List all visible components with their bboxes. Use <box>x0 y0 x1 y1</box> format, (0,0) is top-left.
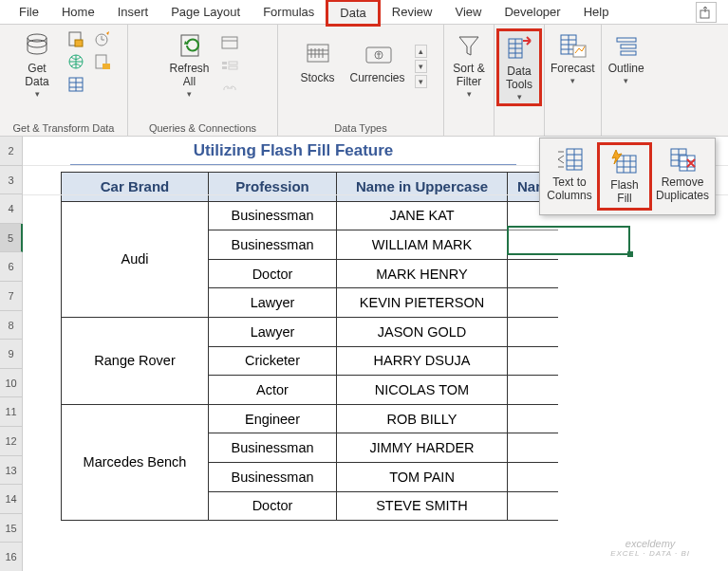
row-header[interactable]: 10 <box>0 369 23 398</box>
tab-file[interactable]: File <box>8 1 50 23</box>
cell-name-upper[interactable]: MARK HENRY <box>337 259 508 288</box>
cell-name-upper[interactable]: NICOLAS TOM <box>337 376 508 405</box>
tab-page-layout[interactable]: Page Layout <box>159 1 252 23</box>
cell-name-d[interactable] <box>508 376 558 405</box>
cell-name-upper[interactable]: JIMMY HARDER <box>337 433 508 463</box>
table-icon <box>67 76 84 93</box>
cell-profession[interactable]: Businessman <box>209 201 337 230</box>
row-header[interactable]: 8 <box>0 311 23 341</box>
cell-name-d[interactable] <box>508 433 558 463</box>
row-header[interactable]: 16 <box>0 543 23 571</box>
from-table-button[interactable] <box>65 74 86 95</box>
queries-conn-button[interactable] <box>219 32 240 53</box>
row-header[interactable]: 6 <box>0 252 23 282</box>
flash-fill-label: Flash Fill <box>610 179 638 206</box>
cell-brand[interactable]: Range Rover <box>62 317 209 404</box>
row-header[interactable]: 5 <box>0 224 23 253</box>
cell-name-upper[interactable]: TOM PAIN <box>337 462 508 491</box>
remove-duplicates-button[interactable]: Remove Duplicates <box>652 142 713 211</box>
expand-icon[interactable]: ▾ <box>415 75 427 88</box>
row-header[interactable]: 9 <box>0 340 23 369</box>
scroll-down-icon[interactable]: ▾ <box>415 60 427 73</box>
cell-name-d[interactable] <box>508 346 558 376</box>
share-icon <box>700 6 713 19</box>
from-text-button[interactable] <box>65 28 86 49</box>
data-tools-button[interactable]: Data Tools ▾ <box>496 28 542 106</box>
get-data-button[interactable]: Get Data ▾ <box>14 28 60 101</box>
cell-profession[interactable]: Engineer <box>209 404 337 433</box>
cell-profession[interactable]: Businessman <box>209 462 337 491</box>
cell-name-d[interactable] <box>508 288 558 318</box>
cell-profession[interactable]: Lawyer <box>209 288 337 318</box>
tab-data[interactable]: Data <box>326 0 380 27</box>
svg-rect-23 <box>621 45 636 48</box>
cell-profession[interactable]: Lawyer <box>209 317 337 346</box>
properties-button[interactable] <box>219 55 240 76</box>
svg-rect-26 <box>617 156 636 173</box>
row-header[interactable]: 13 <box>0 456 23 486</box>
table-row: Marcedes BenchEngineerROB BILLY <box>62 404 558 433</box>
row-header[interactable]: 11 <box>0 397 23 427</box>
col-name-upper[interactable]: Name in Uppercase <box>337 173 508 202</box>
cell-name-d[interactable] <box>508 462 558 491</box>
cell-profession[interactable]: Cricketer <box>209 346 337 376</box>
row-header[interactable]: 15 <box>0 514 23 543</box>
tab-developer[interactable]: Developer <box>493 1 571 23</box>
forecast-button[interactable]: Forecast ▾ <box>547 28 599 87</box>
flash-fill-button[interactable]: Flash Fill <box>597 142 652 211</box>
text-to-columns-button[interactable]: Text to Columns <box>542 142 597 211</box>
cell-name-d[interactable] <box>508 230 558 260</box>
currencies-button[interactable]: Currencies <box>345 38 408 87</box>
col-car-brand[interactable]: Car Brand <box>62 173 209 202</box>
row-header[interactable]: 12 <box>0 427 23 456</box>
edit-links-button[interactable] <box>219 78 240 99</box>
outline-button[interactable]: Outline ▾ <box>604 28 649 87</box>
cell-name-d[interactable] <box>508 317 558 346</box>
stocks-button[interactable]: Stocks <box>294 38 340 87</box>
row-header[interactable]: 4 <box>0 194 23 224</box>
cell-name-upper[interactable]: STEVE SMITH <box>337 491 508 521</box>
tab-insert[interactable]: Insert <box>106 1 160 23</box>
group-label-queries: Queries & Connections <box>149 122 256 134</box>
cell-profession[interactable]: Actor <box>209 376 337 405</box>
cell-name-upper[interactable]: HARRY DSUJA <box>337 346 508 376</box>
col-profession[interactable]: Profession <box>209 173 337 202</box>
cell-name-upper[interactable]: JANE KAT <box>337 201 508 230</box>
share-button[interactable] <box>696 2 717 23</box>
watermark: exceldemy EXCEL · DATA · BI <box>610 538 690 558</box>
cell-name-upper[interactable]: ROB BILLY <box>337 404 508 433</box>
row-header[interactable]: 7 <box>0 282 23 311</box>
cell-profession[interactable]: Doctor <box>209 259 337 288</box>
chevron-down-icon: ▾ <box>187 89 192 99</box>
table-header-row: Car Brand Profession Name in Uppercase N… <box>62 173 558 202</box>
cell-profession[interactable]: Doctor <box>209 491 337 521</box>
sort-filter-button[interactable]: Sort & Filter ▾ <box>446 28 492 101</box>
cell-name-d[interactable] <box>508 491 558 521</box>
cell-brand[interactable]: Marcedes Bench <box>62 404 209 520</box>
currencies-label: Currencies <box>349 72 404 85</box>
cell-profession[interactable]: Businessman <box>209 433 337 463</box>
cell-brand[interactable]: Audi <box>62 201 209 317</box>
tab-formulas[interactable]: Formulas <box>252 1 326 23</box>
cell-name-d[interactable] <box>508 404 558 433</box>
outline-label: Outline <box>608 63 644 76</box>
tab-review[interactable]: Review <box>381 1 444 23</box>
tab-view[interactable]: View <box>443 1 493 23</box>
cell-name-upper[interactable]: KEVIN PIETERSON <box>337 288 508 318</box>
cell-name-upper[interactable]: WILLIAM MARK <box>337 230 508 260</box>
row-header[interactable]: 14 <box>0 485 23 514</box>
row-header[interactable]: 3 <box>0 166 23 195</box>
tab-home[interactable]: Home <box>50 1 106 23</box>
cell-name-d[interactable] <box>508 259 558 288</box>
recent-sources-button[interactable] <box>92 28 113 49</box>
from-web-button[interactable] <box>65 51 86 72</box>
scroll-up-icon[interactable]: ▴ <box>415 45 427 58</box>
cell-profession[interactable]: Businessman <box>209 230 337 260</box>
tab-help[interactable]: Help <box>572 1 621 23</box>
refresh-all-button[interactable]: Refresh All ▾ <box>165 28 213 101</box>
fill-handle[interactable] <box>627 251 633 257</box>
existing-conn-button[interactable] <box>92 51 113 72</box>
cell-name-upper[interactable]: JASON GOLD <box>337 317 508 346</box>
links-icon <box>221 82 238 95</box>
row-header[interactable]: 2 <box>0 137 23 166</box>
